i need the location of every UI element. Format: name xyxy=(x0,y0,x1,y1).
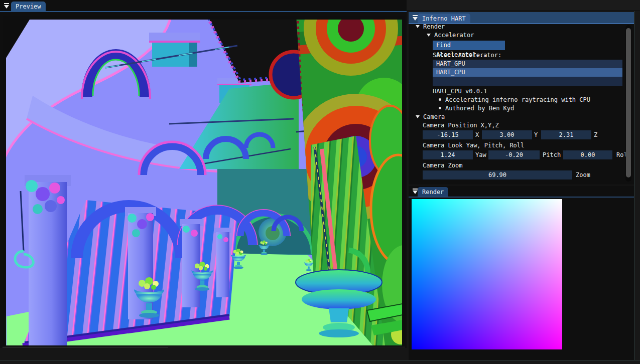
camera-look-label: Camera Look Yaw, Pitch, Roll xyxy=(423,142,524,149)
bottom-edge-strip xyxy=(0,360,640,364)
tree-node-render[interactable]: Render xyxy=(416,23,445,30)
find-accelerator-button[interactable]: Find Accelerator... xyxy=(433,41,505,50)
tab-render[interactable]: Render xyxy=(418,187,448,198)
window-menu-icon xyxy=(413,189,418,190)
tree-node-camera[interactable]: Camera xyxy=(416,113,445,120)
preview-horizontal-scrollbar[interactable] xyxy=(3,346,405,348)
accelerator-version-label: HART_CPU v0.0.1 xyxy=(433,88,487,95)
window-menu-icon xyxy=(413,15,418,16)
preview-hscroll-handle[interactable] xyxy=(3,347,168,348)
accelerator-listbox: HART_GPU HART_CPU xyxy=(433,60,622,86)
inspector-tab-bar: Inferno HART xyxy=(409,12,634,24)
camera-pitch-field[interactable]: -0.20 xyxy=(488,150,540,159)
select-accelerator-label: Select Accelerator: xyxy=(433,52,501,59)
tree-open-arrow-icon xyxy=(427,34,431,37)
render-tab-bar: Render xyxy=(409,186,634,198)
normal-map-render-image xyxy=(3,16,405,345)
bullet-icon xyxy=(439,98,441,101)
tree-open-arrow-icon xyxy=(416,25,420,28)
render-window: Render xyxy=(409,186,634,360)
camera-zoom-label: Camera Zoom xyxy=(423,162,462,169)
inferno-hart-window: Inferno HART Render Accelerator Find Acc… xyxy=(409,12,634,185)
inspector-scrollbar-handle[interactable] xyxy=(626,28,631,177)
list-item-hart-gpu[interactable]: HART_GPU xyxy=(433,60,622,68)
list-item-hart-cpu[interactable]: HART_CPU xyxy=(433,68,622,77)
camera-zoom-axis-label: Zoom xyxy=(576,170,590,179)
camera-pos-y-label: Y xyxy=(534,130,538,139)
preview-viewport[interactable] xyxy=(3,16,405,345)
preview-tab-underline xyxy=(0,11,407,12)
right-edge-gutter xyxy=(634,11,640,364)
app-screen: Menu View Preview xyxy=(0,0,640,364)
camera-pos-z-field[interactable]: 2.31 xyxy=(541,130,591,139)
preview-window-menu-button[interactable] xyxy=(3,3,10,10)
camera-position-label: Camera Position X,Y,Z xyxy=(423,122,499,129)
accelerator-bullet-1: Accelerating inferno raytracing with CPU xyxy=(439,96,590,103)
tree-open-arrow-icon xyxy=(416,115,420,118)
inspector-scrollbar[interactable] xyxy=(625,25,631,181)
preview-tab-bar: Preview xyxy=(0,0,407,12)
render-tab-underline xyxy=(409,197,634,198)
camera-pos-y-field[interactable]: 3.00 xyxy=(482,130,532,139)
camera-pos-z-label: Z xyxy=(594,130,597,139)
camera-pos-x-field[interactable]: -16.15 xyxy=(423,130,473,139)
tree-node-accelerator[interactable]: Accelerator xyxy=(427,32,474,39)
camera-yaw-field[interactable]: 1.24 xyxy=(423,150,473,159)
render-output-uv-gradient-image[interactable] xyxy=(412,199,562,349)
accelerator-bullet-2: Authored by Ben Kyd xyxy=(439,105,514,112)
camera-roll-field[interactable]: 0.00 xyxy=(563,150,612,159)
camera-zoom-field[interactable]: 69.90 xyxy=(423,170,572,179)
bullet-icon xyxy=(439,107,441,109)
tab-inferno-hart[interactable]: Inferno HART xyxy=(418,14,470,24)
camera-pitch-label: Pitch xyxy=(543,150,561,159)
tab-preview[interactable]: Preview xyxy=(11,2,46,12)
window-menu-icon xyxy=(4,3,9,4)
camera-yaw-label: Yaw xyxy=(475,150,486,159)
camera-pos-x-label: X xyxy=(475,130,479,139)
preview-window: Preview xyxy=(0,0,407,348)
